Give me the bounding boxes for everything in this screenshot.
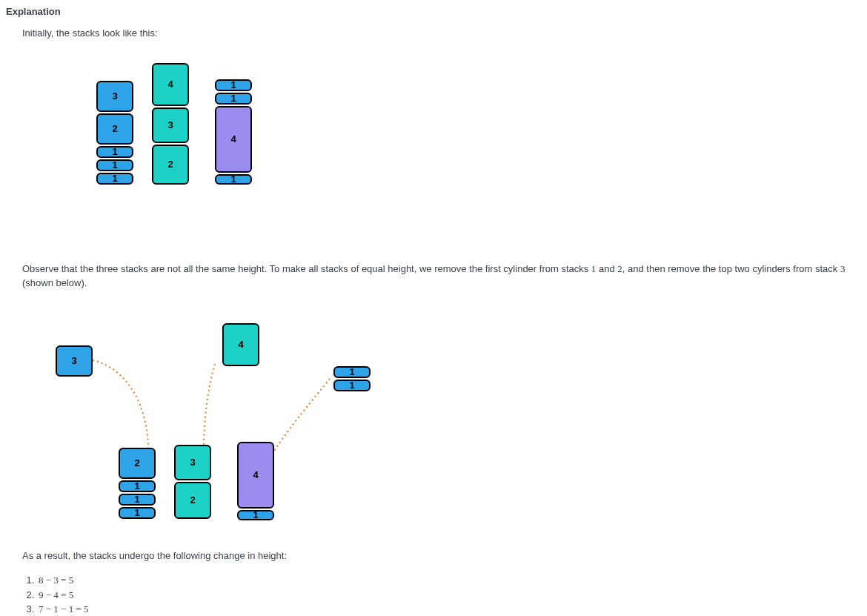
removed-s2: 4 — [222, 323, 259, 366]
s1-b0: 3 — [96, 81, 133, 112]
calc-list: 8 − 3 = 5 9 − 4 = 5 7 − 1 − 1 = 5 — [37, 573, 867, 616]
calc-2: 9 − 4 = 5 — [39, 589, 73, 600]
calc-1: 8 − 3 = 5 — [39, 574, 73, 586]
a-s3-1: 1 — [237, 510, 274, 520]
removed-s3-a: 1 — [333, 366, 371, 378]
a-s1-1: 1 — [119, 480, 156, 492]
a-s3-0: 4 — [237, 442, 274, 509]
calc-3: 7 − 1 − 1 = 5 — [39, 603, 89, 615]
observe-n3: 3 — [840, 263, 846, 274]
removed-s3-b: 1 — [333, 380, 371, 391]
s3-b3: 1 — [215, 174, 252, 185]
result-lead: As a result, the stacks undergo the foll… — [22, 549, 867, 563]
s1-b1: 2 — [96, 113, 133, 145]
s2-b1: 3 — [152, 107, 189, 143]
observe-text: Observe that the three stacks are not al… — [22, 262, 867, 291]
a-s1-2: 1 — [119, 494, 156, 506]
a-s2-0: 3 — [174, 445, 211, 480]
a-s1-0: 2 — [119, 448, 156, 479]
section-heading: Explanation — [6, 6, 867, 17]
removed-s1: 3 — [56, 345, 93, 377]
s1-b3: 1 — [96, 159, 133, 171]
connector-lines — [22, 301, 408, 531]
a-s2-1: 2 — [174, 482, 211, 519]
s1-b4: 1 — [96, 173, 133, 185]
s2-b0: 4 — [152, 63, 189, 106]
diagram-after: 3 4 1 1 2 1 1 1 3 2 4 1 — [22, 301, 867, 531]
s3-b1: 1 — [215, 93, 252, 105]
a-s1-3: 1 — [119, 507, 156, 519]
s3-b0: 1 — [215, 79, 252, 91]
observe-mid2: , and then remove the top two cylinders … — [622, 263, 840, 274]
observe-suffix: (shown below). — [22, 277, 87, 288]
s1-b2: 1 — [96, 146, 133, 158]
observe-prefix: Observe that the three stacks are not al… — [22, 263, 591, 274]
s2-b2: 2 — [152, 145, 189, 185]
diagram-initial: 3 2 1 1 1 4 3 2 1 1 4 1 — [22, 51, 867, 244]
s3-b2: 4 — [215, 106, 252, 173]
observe-mid1: and — [596, 263, 617, 274]
intro-text: Initially, the stacks look like this: — [22, 26, 867, 41]
